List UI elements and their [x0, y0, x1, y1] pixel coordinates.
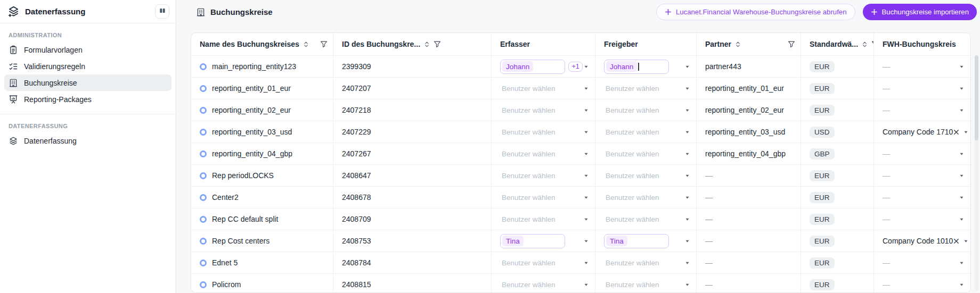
- cell-fwh[interactable]: —: [874, 208, 970, 230]
- sidebar-item-formularvorlagen[interactable]: Formularvorlagen: [4, 41, 172, 58]
- user-select-input[interactable]: Johann: [500, 60, 565, 74]
- chevron-down-icon[interactable]: [583, 281, 590, 288]
- sort-icon[interactable]: [423, 41, 430, 48]
- chevron-down-icon[interactable]: [583, 194, 590, 201]
- cell-erfasser[interactable]: Benutzer wählen: [492, 208, 595, 230]
- sidebar-item-buchungskreise[interactable]: Buchungskreise: [4, 74, 172, 91]
- sort-icon[interactable]: [861, 41, 868, 48]
- cell-fwh[interactable]: —: [874, 78, 970, 99]
- chevron-down-icon[interactable]: [684, 85, 691, 92]
- cell-freigeber[interactable]: Benutzer wählen: [595, 252, 697, 273]
- chevron-down-icon[interactable]: [684, 259, 691, 266]
- chevron-down-icon[interactable]: [684, 194, 691, 201]
- chevron-down-icon[interactable]: [958, 259, 965, 266]
- sort-icon[interactable]: [303, 41, 309, 48]
- cell-fwh[interactable]: —: [874, 165, 970, 186]
- clear-selection-icon[interactable]: [953, 238, 960, 245]
- table-row[interactable]: reporting_entity_02_eur2407218Benutzer w…: [191, 99, 970, 121]
- chevron-down-icon[interactable]: [958, 216, 965, 223]
- column-header-name-des-buchungskreises[interactable]: Name des Buchungskreises: [191, 33, 333, 55]
- table-row[interactable]: Center22408678Benutzer wählenBenutzer wä…: [191, 186, 970, 208]
- buchungskreise-importieren-button[interactable]: Buchungskreise importieren: [863, 4, 977, 20]
- more-users-badge[interactable]: +1: [568, 62, 583, 72]
- chevron-down-icon[interactable]: [583, 259, 590, 266]
- cell-erfasser[interactable]: Benutzer wählen: [492, 99, 595, 121]
- cell-erfasser[interactable]: Benutzer wählen: [492, 165, 595, 186]
- cell-erfasser[interactable]: Johann+1: [492, 56, 595, 77]
- chevron-down-icon[interactable]: [958, 107, 965, 114]
- sort-icon[interactable]: [734, 41, 741, 48]
- cell-freigeber[interactable]: Benutzer wählen: [595, 143, 697, 164]
- cell-fwh[interactable]: —: [874, 143, 970, 164]
- column-header-partner[interactable]: Partner: [697, 33, 801, 55]
- chevron-down-icon[interactable]: [684, 150, 691, 157]
- cell-erfasser[interactable]: Benutzer wählen: [492, 187, 595, 208]
- column-header-id-des-buchungskre-[interactable]: ID des Buchungskre...: [333, 33, 492, 55]
- table-row[interactable]: reporting_entity_03_usd2407229Benutzer w…: [191, 121, 970, 143]
- table-row[interactable]: Ednet 52408784Benutzer wählenBenutzer wä…: [191, 252, 970, 273]
- cell-erfasser[interactable]: Benutzer wählen: [492, 143, 595, 164]
- chevron-down-icon[interactable]: [684, 238, 691, 245]
- chevron-down-icon[interactable]: [684, 172, 691, 179]
- cell-freigeber[interactable]: Benutzer wählen: [595, 121, 697, 143]
- cell-fwh[interactable]: —: [874, 56, 970, 77]
- vertical-scrollbar[interactable]: [975, 55, 978, 290]
- chevron-down-icon[interactable]: [684, 129, 691, 136]
- cell-fwh[interactable]: —: [874, 187, 970, 208]
- cell-erfasser[interactable]: Benutzer wählen: [492, 274, 595, 293]
- chevron-down-icon[interactable]: [963, 239, 968, 244]
- chevron-down-icon[interactable]: [684, 107, 691, 114]
- user-select-input[interactable]: Tina: [500, 234, 565, 248]
- cell-fwh[interactable]: —: [874, 252, 970, 273]
- chevron-down-icon[interactable]: [583, 107, 590, 114]
- cell-fwh[interactable]: Company Code 1710: [874, 121, 970, 143]
- table-row[interactable]: Rep CC default split2408709Benutzer wähl…: [191, 208, 970, 230]
- cell-erfasser[interactable]: Benutzer wählen: [492, 78, 595, 99]
- chevron-down-icon[interactable]: [583, 85, 590, 92]
- cell-fwh[interactable]: Company Code 1010: [874, 230, 970, 252]
- column-header-standardw-[interactable]: Standardwä...: [801, 33, 874, 55]
- table-row[interactable]: Policrom2408815Benutzer wählenBenutzer w…: [191, 273, 970, 293]
- scrollbar-thumb[interactable]: [975, 55, 978, 140]
- cell-fwh[interactable]: —: [874, 99, 970, 121]
- sidebar-item-reporting-packages[interactable]: Reporting-Packages: [4, 91, 172, 107]
- cell-fwh[interactable]: —: [874, 274, 970, 293]
- cell-freigeber[interactable]: Benutzer wählen: [595, 187, 697, 208]
- chevron-down-icon[interactable]: [958, 150, 965, 157]
- chevron-down-icon[interactable]: [684, 281, 691, 288]
- chevron-down-icon[interactable]: [583, 63, 590, 70]
- filter-funnel-icon[interactable]: [434, 40, 441, 48]
- cell-freigeber[interactable]: Benutzer wählen: [595, 165, 697, 186]
- sidebar-item-datenerfassung[interactable]: Datenerfassung: [4, 132, 172, 149]
- chevron-down-icon[interactable]: [958, 63, 965, 70]
- chevron-down-icon[interactable]: [958, 172, 965, 179]
- cell-erfasser[interactable]: Benutzer wählen: [492, 252, 595, 273]
- cell-freigeber[interactable]: Tina: [595, 230, 697, 252]
- chevron-down-icon[interactable]: [684, 63, 691, 70]
- cell-freigeber[interactable]: Benutzer wählen: [595, 274, 697, 293]
- user-chip[interactable]: Tina: [606, 236, 627, 246]
- cell-freigeber[interactable]: Benutzer wählen: [595, 78, 697, 99]
- fwh-buchungskreise-abrufen-button[interactable]: Lucanet.Financial Warehouse-Buchungskrei…: [656, 4, 855, 20]
- clear-selection-icon[interactable]: [953, 129, 960, 136]
- chevron-down-icon[interactable]: [583, 129, 590, 136]
- user-select-input[interactable]: Tina: [604, 234, 669, 248]
- chevron-down-icon[interactable]: [963, 130, 968, 135]
- table-row[interactable]: main_reporting_entity1232399309Johann+1J…: [191, 55, 970, 77]
- cell-freigeber[interactable]: Johann: [595, 56, 697, 77]
- filter-funnel-icon[interactable]: [320, 40, 328, 48]
- chevron-down-icon[interactable]: [583, 150, 590, 157]
- user-chip[interactable]: Tina: [502, 236, 524, 246]
- sidebar-item-validierungsregeln[interactable]: Validierungsregeln: [4, 58, 172, 74]
- cell-freigeber[interactable]: Benutzer wählen: [595, 208, 697, 230]
- table-row[interactable]: reporting_entity_01_eur2407207Benutzer w…: [191, 77, 970, 99]
- chevron-down-icon[interactable]: [958, 281, 965, 288]
- filter-funnel-icon[interactable]: [788, 40, 795, 48]
- sidebar-collapse-button[interactable]: [155, 4, 169, 19]
- chevron-down-icon[interactable]: [583, 172, 590, 179]
- chevron-down-icon[interactable]: [958, 85, 965, 92]
- table-row[interactable]: Rep Cost centers2408753TinaTina—EURCompa…: [191, 230, 970, 252]
- cell-freigeber[interactable]: Benutzer wählen: [595, 99, 697, 121]
- chevron-down-icon[interactable]: [684, 216, 691, 223]
- user-chip[interactable]: Johann: [606, 61, 637, 72]
